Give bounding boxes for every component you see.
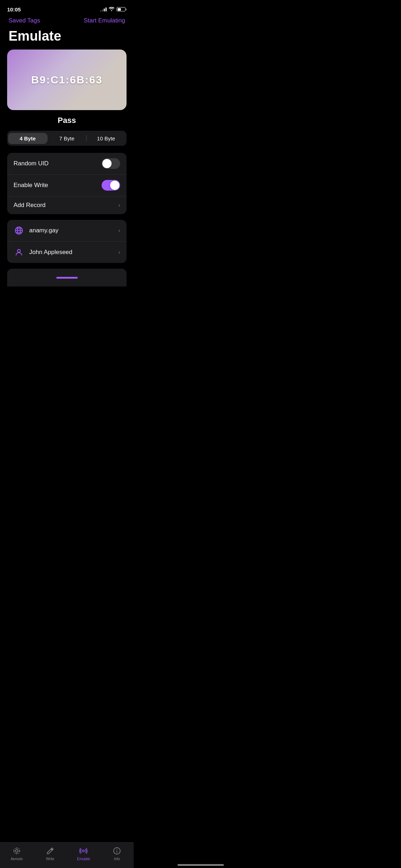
main-content: 10:05 Sav bbox=[0, 0, 134, 322]
enable-write-toggle[interactable] bbox=[102, 180, 120, 191]
person-icon bbox=[14, 247, 24, 258]
globe-icon bbox=[14, 225, 24, 236]
byte-selector: 4 Byte 7 Byte 10 Byte bbox=[7, 131, 127, 146]
record-row-url[interactable]: anamy.gay › bbox=[7, 220, 127, 242]
byte-option-7[interactable]: 7 Byte bbox=[47, 133, 86, 144]
settings-card: Random UID Enable Write Add Record › bbox=[7, 153, 127, 214]
signal-bars bbox=[100, 7, 107, 11]
byte-option-4[interactable]: 4 Byte bbox=[8, 133, 47, 144]
record-contact-label: John Appleseed bbox=[29, 249, 118, 256]
enable-write-row: Enable Write bbox=[7, 175, 127, 196]
record-contact-chevron: › bbox=[118, 249, 120, 255]
record-row-contact[interactable]: John Appleseed › bbox=[7, 242, 127, 263]
random-uid-toggle[interactable] bbox=[102, 158, 120, 169]
nfc-uid: B9:C1:6B:63 bbox=[31, 74, 102, 86]
partial-pill bbox=[56, 277, 78, 279]
record-url-label: anamy.gay bbox=[29, 227, 118, 234]
status-time: 10:05 bbox=[7, 6, 21, 12]
svg-point-5 bbox=[17, 249, 20, 252]
random-uid-label: Random UID bbox=[14, 160, 48, 167]
status-bar: 10:05 bbox=[0, 0, 134, 16]
partial-card bbox=[7, 269, 127, 286]
wifi-icon bbox=[109, 7, 114, 12]
add-record-row[interactable]: Add Record › bbox=[7, 196, 127, 214]
page-title: Emulate bbox=[0, 27, 134, 50]
card-container: B9:C1:6B:63 bbox=[7, 50, 127, 110]
status-icons bbox=[100, 7, 127, 12]
random-uid-row: Random UID bbox=[7, 153, 127, 175]
signal-bar-4 bbox=[106, 7, 107, 11]
random-uid-toggle-thumb bbox=[102, 159, 112, 168]
pass-label: Pass bbox=[0, 116, 134, 125]
record-url-chevron: › bbox=[118, 227, 120, 234]
start-emulating-button[interactable]: Start Emulating bbox=[84, 17, 125, 24]
saved-tags-button[interactable]: Saved Tags bbox=[9, 17, 40, 24]
signal-bar-3 bbox=[104, 9, 105, 11]
add-record-chevron: › bbox=[118, 202, 120, 208]
signal-bar-2 bbox=[102, 10, 103, 11]
nav-bar: Saved Tags Start Emulating bbox=[0, 16, 134, 27]
enable-write-label: Enable Write bbox=[14, 182, 48, 189]
enable-write-toggle-thumb bbox=[110, 181, 119, 190]
battery-icon bbox=[117, 7, 127, 11]
add-record-label: Add Record bbox=[14, 202, 46, 209]
signal-bar-1 bbox=[100, 10, 101, 11]
records-card: anamy.gay › John Appleseed › bbox=[7, 220, 127, 263]
byte-option-10[interactable]: 10 Byte bbox=[87, 133, 125, 144]
nfc-card: B9:C1:6B:63 bbox=[7, 50, 127, 110]
